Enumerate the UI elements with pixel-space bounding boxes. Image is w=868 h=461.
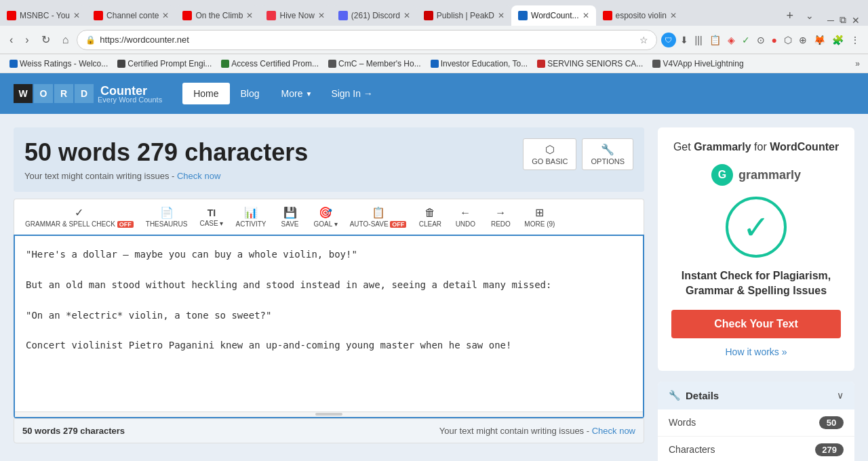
bookmark-6[interactable]: V4VApp HiveLightning: [648, 58, 747, 70]
bookmark-3[interactable]: CmC – Member's Ho...: [324, 58, 425, 70]
extension-6[interactable]: ⬡: [781, 32, 795, 48]
maximize-button[interactable]: ⧉: [840, 14, 846, 26]
stats-header: 50 words 279 characters Your text might …: [14, 127, 644, 192]
clear-label: CLEAR: [419, 220, 441, 228]
bookmark-4[interactable]: Investor Education, To...: [427, 58, 532, 70]
options-button[interactable]: 🔧 OPTIONS: [582, 138, 633, 170]
tab-7[interactable]: esposito violin ✕: [596, 5, 684, 26]
close-button[interactable]: ✕: [852, 15, 860, 26]
clear-button[interactable]: 🗑 CLEAR: [413, 204, 447, 230]
menu-button[interactable]: ⋮: [848, 32, 863, 48]
nav-more[interactable]: More ▼: [271, 83, 323, 104]
case-button[interactable]: TI CASE ▾: [194, 205, 229, 230]
tab-close-6[interactable]: ✕: [583, 11, 589, 20]
history-button[interactable]: |||: [692, 32, 705, 48]
auto-save-label: AUTO-SAVE OFF: [350, 220, 407, 228]
go-basic-icon: ⬡: [545, 143, 555, 156]
extension-5[interactable]: ●: [769, 32, 780, 48]
tab-3[interactable]: Hive Now ✕: [260, 5, 331, 26]
save-button[interactable]: 💾 SAVE: [273, 203, 307, 230]
tab-5[interactable]: Publish | PeakD ✕: [417, 5, 511, 26]
bookmark-1[interactable]: Certified Prompt Engi...: [113, 58, 216, 70]
logo: W O R D Counter Every Word Counts: [14, 84, 162, 104]
more-button[interactable]: ⊞ MORE (9): [519, 203, 560, 230]
tab-0[interactable]: MSNBC - You ✕: [0, 5, 87, 26]
tab-overflow-button[interactable]: ⌄: [800, 5, 819, 26]
tab-6[interactable]: WordCount... ✕: [511, 5, 595, 26]
grammarly-logo: G grammarly: [671, 164, 841, 186]
extension-8[interactable]: 🦊: [811, 32, 828, 48]
bookmark-5[interactable]: SERVING SENIORS CA...: [533, 58, 647, 70]
stats-title: 50 words 279 characters: [24, 138, 308, 167]
how-it-works-link[interactable]: How it works »: [725, 346, 787, 357]
address-bar[interactable]: 🔒 https://wordcounter.net ☆: [77, 30, 656, 50]
minimize-button[interactable]: ─: [827, 15, 834, 26]
grammarly-ad: Get Grammarly for WordCounter G grammarl…: [658, 127, 854, 371]
security-icon: 🔒: [85, 35, 96, 45]
nav-home[interactable]: Home: [182, 83, 229, 104]
text-input[interactable]: "Here's a dollar – maybe you can buy a w…: [15, 236, 643, 409]
extension-3[interactable]: ✓: [739, 32, 753, 48]
tab-4[interactable]: (261) Discord ✕: [332, 5, 417, 26]
reload-button[interactable]: ↻: [37, 31, 54, 49]
details-chevron-icon: ∨: [837, 390, 844, 401]
wrench-icon: 🔧: [669, 390, 680, 401]
more-icon: ⊞: [535, 206, 544, 219]
goal-button[interactable]: 🎯 GOAL ▾: [309, 203, 343, 230]
tab-close-5[interactable]: ✕: [498, 11, 505, 20]
tab-close-4[interactable]: ✕: [403, 11, 410, 20]
check-now-link-top[interactable]: Check now: [177, 171, 220, 181]
extension-4[interactable]: ⊙: [754, 32, 768, 48]
details-header[interactable]: 🔧 Details ∨: [658, 382, 854, 409]
extensions-manage[interactable]: 🧩: [829, 32, 846, 48]
tab-label-4: (261) Discord: [351, 11, 400, 20]
tab-close-7[interactable]: ✕: [670, 11, 677, 20]
activity-button[interactable]: 📊 ACTIVITY: [230, 203, 271, 230]
auto-save-button[interactable]: 📋 AUTO-SAVE OFF: [344, 203, 412, 230]
auto-save-icon: 📋: [372, 206, 385, 219]
browser-chrome: MSNBC - You ✕ Channel conte ✕ On the Cli…: [0, 0, 868, 73]
tab-favicon-5: [424, 11, 433, 20]
tab-close-2[interactable]: ✕: [246, 11, 253, 20]
details-panel: 🔧 Details ∨ Words 50 Characters 279 Sent…: [658, 382, 854, 461]
extension-2[interactable]: ◈: [725, 32, 738, 48]
tab-favicon-4: [338, 11, 348, 20]
redo-button[interactable]: → REDO: [484, 204, 517, 230]
extension-1[interactable]: 📋: [707, 32, 724, 48]
thesaurus-button[interactable]: 📄 THESAURUS: [140, 203, 193, 230]
nav-signin[interactable]: Sign In →: [323, 83, 380, 104]
case-icon: TI: [208, 207, 216, 218]
nav-blog[interactable]: Blog: [230, 83, 271, 104]
go-basic-button[interactable]: ⬡ GO BASIC: [523, 138, 576, 170]
check-your-text-button[interactable]: Check Your Text: [671, 310, 841, 338]
tab-2[interactable]: On the Climb ✕: [176, 5, 260, 26]
tab-close-0[interactable]: ✕: [73, 11, 80, 20]
options-icon: 🔧: [601, 143, 614, 156]
tab-close-3[interactable]: ✕: [318, 11, 325, 20]
save-icon: 💾: [283, 206, 297, 219]
details-row-0: Words 50: [658, 409, 854, 437]
details-row-label-1: Characters: [669, 444, 715, 455]
bookmark-label-0: Weiss Ratings - Welco...: [20, 59, 108, 68]
go-basic-label: GO BASIC: [532, 157, 568, 165]
bookmark-favicon-4: [431, 60, 439, 68]
tab-close-1[interactable]: ✕: [162, 11, 169, 20]
check-now-link-bottom[interactable]: Check now: [592, 426, 635, 436]
back-button[interactable]: ‹: [5, 31, 17, 49]
tab-1[interactable]: Channel conte ✕: [87, 5, 176, 26]
forward-button[interactable]: ›: [21, 31, 33, 49]
bookmark-0[interactable]: Weiss Ratings - Welco...: [5, 58, 112, 70]
download-button[interactable]: ⬇: [677, 32, 691, 48]
bookmarks-more-button[interactable]: »: [852, 58, 863, 70]
extensions-button[interactable]: 🛡: [661, 33, 676, 47]
home-button[interactable]: ⌂: [58, 31, 73, 49]
new-tab-button[interactable]: +: [780, 5, 801, 26]
bookmark-2[interactable]: Access Certified Prom...: [217, 58, 323, 70]
goal-icon: 🎯: [319, 206, 332, 219]
grammar-spell-check-button[interactable]: ✓ GRAMMAR & SPELL CHECK OFF: [20, 203, 139, 230]
star-icon[interactable]: ☆: [639, 35, 648, 45]
tab-favicon-3: [267, 11, 276, 20]
extension-7[interactable]: ⊕: [796, 32, 810, 48]
undo-button[interactable]: ← UNDO: [448, 204, 482, 230]
tab-label-5: Publish | PeakD: [437, 11, 494, 20]
